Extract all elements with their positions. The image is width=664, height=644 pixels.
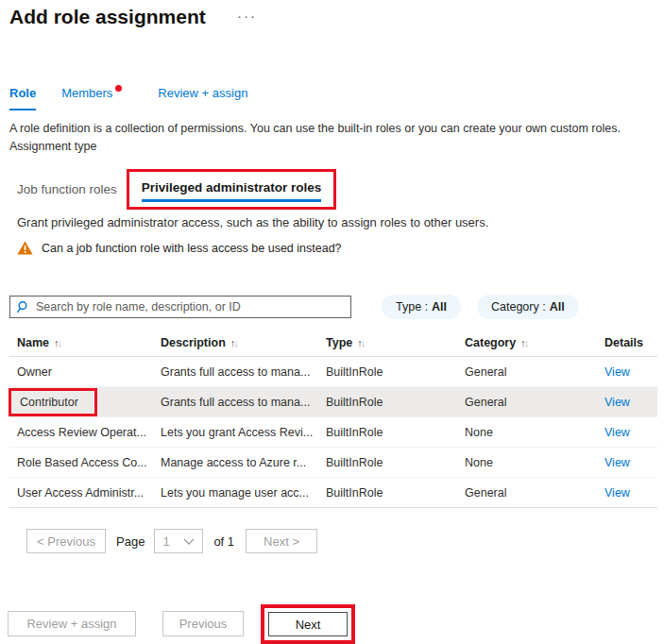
members-required-dot-icon [115,85,122,92]
assignment-type-tabs: Job function roles Privileged administra… [17,169,336,210]
sort-icon: ↑↓ [357,337,366,348]
filter-category-pill[interactable]: Category : All [477,295,579,319]
table-row-access-review-operator[interactable]: Access Review Operat... Lets you grant A… [9,417,657,448]
role-type: BuiltInRole [326,456,465,469]
role-name: Role Based Access Co... [9,456,161,469]
role-name: Access Review Operat... [9,426,161,439]
role-description: Grants full access to mana... [161,365,326,379]
filter-type-value: All [432,300,447,314]
sort-icon: ↑↓ [520,337,529,348]
filter-category-label: Category : [491,300,546,314]
next-step-button[interactable]: Next [268,612,348,636]
page-title: Add role assignment [9,6,206,28]
warning-triangle-icon [17,241,33,255]
annotation-box-next: Next [261,604,355,644]
column-header-description[interactable]: Description↑↓ [161,336,326,349]
role-name: User Access Administr... [9,486,161,500]
view-details-link[interactable]: View [604,426,630,439]
previous-page-button[interactable]: < Previous [26,529,106,553]
role-definition-description: A role definition is a collection of per… [9,122,664,135]
page-number-value: 1 [162,534,169,549]
tab-review-assign[interactable]: Review + assign [158,86,247,109]
pagination: < Previous Page 1 of 1 Next > [26,529,317,553]
view-details-link[interactable]: View [604,456,630,469]
column-header-category[interactable]: Category↑↓ [465,336,604,349]
page-of-label: of 1 [213,534,234,549]
next-page-button[interactable]: Next > [246,529,317,553]
role-description: Lets you grant Access Revi... [161,426,326,439]
sort-icon: ↑↓ [54,337,62,348]
chevron-down-icon [183,538,195,545]
role-name: Contributor [20,396,78,409]
warning-text: Can a job function role with less access… [42,242,342,255]
view-details-link[interactable]: View [604,365,630,379]
search-icon [17,300,30,314]
tab-job-function-roles[interactable]: Job function roles [17,182,117,196]
tab-members-label: Members [61,86,112,100]
filter-category-value: All [550,300,565,314]
page-label: Page [116,534,145,549]
table-row-owner[interactable]: Owner Grants full access to mana... Buil… [9,357,657,387]
privileged-access-note: Grant privileged administrator access, s… [17,215,488,229]
annotation-box-privileged-tab: Privileged administrator roles [127,169,337,210]
view-details-link[interactable]: View [604,396,630,409]
annotation-box-contributor: Contributor [9,388,97,416]
role-category: General [465,396,604,409]
column-header-name[interactable]: Name↑↓ [9,336,161,349]
page-number-dropdown[interactable]: 1 [154,529,203,553]
tab-role[interactable]: Role [9,86,36,110]
column-header-description-label: Description [161,336,226,349]
role-category: General [465,365,604,379]
column-header-details: Details [604,336,657,349]
table-row-role-based-access[interactable]: Role Based Access Co... Manage access to… [9,448,657,478]
role-description: Lets you manage user acc... [161,486,326,500]
role-type: BuiltInRole [326,396,465,409]
tab-members[interactable]: Members [61,86,119,109]
role-category: None [465,456,604,469]
table-row-user-access-administrator[interactable]: User Access Administr... Lets you manage… [9,478,657,508]
table-header-row: Name↑↓ Description↑↓ Type↑↓ Category↑↓ D… [9,329,657,357]
search-input[interactable] [36,300,344,314]
tab-privileged-administrator-roles[interactable]: Privileged administrator roles [142,180,322,202]
role-search-box[interactable] [9,296,351,318]
filter-type-pill[interactable]: Type : All [382,295,461,319]
role-type: BuiltInRole [326,486,465,500]
role-name: Owner [9,365,161,379]
assignment-type-label: Assignment type [9,140,96,153]
warning-banner: Can a job function role with less access… [17,241,342,255]
previous-step-button[interactable]: Previous [162,611,244,636]
role-description: Manage access to Azure r... [161,456,326,469]
column-header-type-label: Type [326,336,352,349]
role-description: Grants full access to mana... [161,396,326,409]
wizard-tabs: Role Members Review + assign [9,86,247,110]
role-type: BuiltInRole [326,365,465,379]
view-details-link[interactable]: View [604,486,630,500]
column-header-type[interactable]: Type↑↓ [326,336,465,349]
role-type: BuiltInRole [326,426,465,439]
roles-table: Name↑↓ Description↑↓ Type↑↓ Category↑↓ D… [9,329,657,508]
more-options-button[interactable]: ··· [237,8,257,24]
role-category: None [465,426,604,439]
column-header-name-label: Name [17,336,49,349]
role-category: General [465,486,604,500]
sort-icon: ↑↓ [230,337,239,348]
filter-type-label: Type : [396,300,428,314]
review-assign-button[interactable]: Review + assign [8,611,136,636]
table-row-contributor[interactable]: Contributor Grants full access to mana..… [9,387,657,417]
column-header-category-label: Category [465,336,516,349]
